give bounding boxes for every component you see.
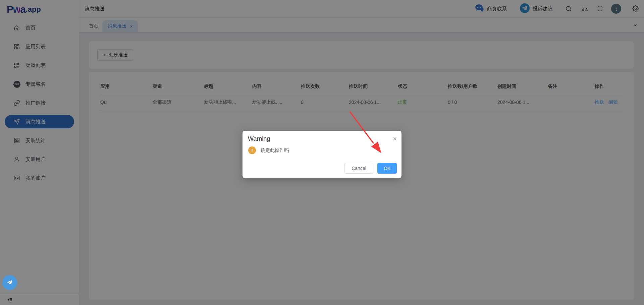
- ok-button[interactable]: OK: [377, 163, 397, 174]
- telegram-plane-icon: [5, 278, 14, 287]
- dialog-message: 确定此操作吗: [261, 147, 289, 154]
- dialog-body: ! 确定此操作吗: [243, 142, 401, 154]
- cancel-button[interactable]: Cancel: [344, 163, 373, 174]
- dialog-close-icon[interactable]: ×: [393, 135, 397, 142]
- dialog-header: Warning ×: [243, 131, 401, 142]
- dialog-title: Warning: [248, 135, 270, 142]
- telegram-float-button[interactable]: [2, 275, 17, 290]
- dialog-footer: Cancel OK: [344, 163, 397, 174]
- warning-dialog: Warning × ! 确定此操作吗 Cancel OK: [243, 131, 401, 178]
- warning-exclamation-icon: !: [248, 146, 256, 154]
